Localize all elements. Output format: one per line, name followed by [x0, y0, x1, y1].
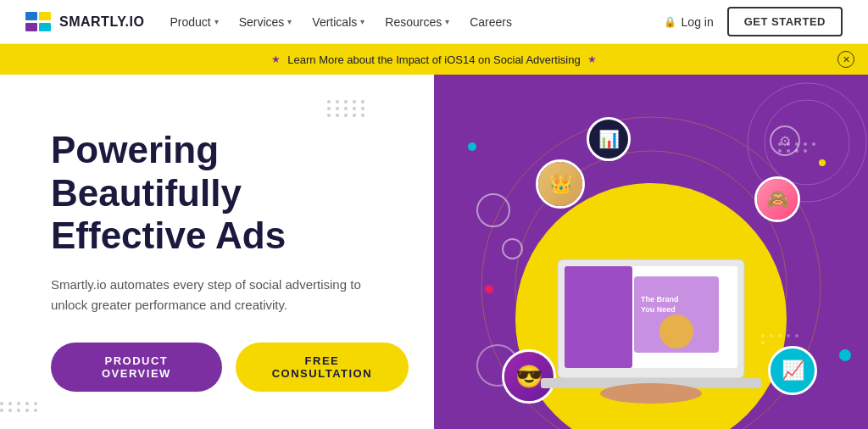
- announcement-text: ★ Learn More about the Impact of iOS14 o…: [271, 53, 596, 66]
- announcement-close-button[interactable]: ✕: [837, 51, 854, 68]
- teal-dot-2: [839, 349, 851, 361]
- svg-point-11: [659, 315, 693, 348]
- hero-left-panel: Powering Beautifully Effective Ads Smart…: [0, 75, 434, 429]
- get-started-button[interactable]: GET STARTED: [727, 7, 843, 36]
- chevron-down-icon: ▾: [214, 17, 219, 26]
- svg-rect-7: [565, 266, 632, 368]
- star-icon-right: ★: [587, 53, 597, 65]
- free-consultation-button[interactable]: FREE CONSULTATION: [236, 343, 409, 392]
- svg-text:The Brand: The Brand: [641, 295, 679, 304]
- avatar-2: 🙈: [754, 176, 800, 222]
- hero-subtitle: Smartly.io automates every step of socia…: [51, 275, 373, 315]
- navbar: SMARTLY.IO Product ▾ Services ▾ Vertical…: [0, 0, 868, 44]
- logo[interactable]: SMARTLY.IO: [25, 12, 144, 32]
- star-icon-left: ★: [271, 53, 281, 65]
- hero-title: Powering Beautifully Effective Ads: [51, 129, 409, 258]
- chevron-down-icon: ▾: [360, 17, 364, 26]
- dots-decoration-top: [327, 100, 366, 117]
- laptop-illustration: The Brand You Need: [532, 242, 770, 412]
- avatar-1: 👑: [536, 159, 585, 209]
- logo-icon: [25, 12, 53, 32]
- svg-point-13: [600, 383, 702, 404]
- nav-links: Product ▾ Services ▾ Verticals ▾ Resourc…: [170, 15, 663, 29]
- yellow-dot: [819, 159, 826, 166]
- teal-dot-1: [468, 142, 476, 151]
- nav-item-verticals[interactable]: Verticals ▾: [312, 15, 364, 29]
- dots-decoration-bottom: [0, 402, 39, 412]
- avatar-4: 📈: [768, 346, 817, 395]
- nav-item-product[interactable]: Product ▾: [170, 15, 218, 29]
- hero-right-panel: ⚙ 👑 🙈 📊 😎 📈: [434, 75, 868, 429]
- cta-buttons: PRODUCT OVERVIEW FREE CONSULTATION: [51, 343, 409, 392]
- chart-icon-circle: 📊: [587, 117, 631, 161]
- lock-icon: 🔒: [664, 16, 676, 28]
- gear-icon: ⚙: [770, 125, 800, 156]
- chevron-down-icon: ▾: [445, 17, 449, 26]
- svg-text:You Need: You Need: [641, 305, 676, 314]
- brand-name: SMARTLY.IO: [59, 14, 144, 30]
- nav-item-careers[interactable]: Careers: [470, 15, 512, 29]
- open-circle-1: [476, 193, 510, 227]
- chevron-down-icon: ▾: [287, 17, 292, 26]
- nav-item-resources[interactable]: Resources ▾: [385, 15, 449, 29]
- pink-dot: [485, 285, 493, 293]
- nav-item-services[interactable]: Services ▾: [239, 15, 292, 29]
- open-circle-2: [502, 238, 523, 259]
- product-overview-button[interactable]: PRODUCT OVERVIEW: [51, 343, 222, 392]
- nav-right: 🔒 Log in GET STARTED: [664, 7, 843, 36]
- login-button[interactable]: 🔒 Log in: [664, 15, 714, 29]
- announcement-bar: ★ Learn More about the Impact of iOS14 o…: [0, 44, 868, 75]
- main-content: Powering Beautifully Effective Ads Smart…: [0, 75, 868, 429]
